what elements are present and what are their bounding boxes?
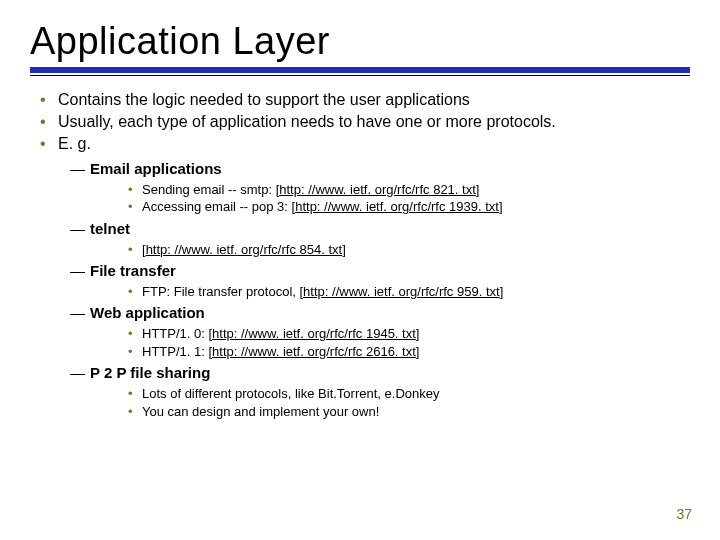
section-heading: File transfer FTP: File transfer protoco… bbox=[70, 262, 690, 300]
item-suffix: ] bbox=[500, 284, 504, 299]
rfc-link[interactable]: http: //www. ietf. org/rfc/rfc 1939. txt bbox=[295, 199, 499, 214]
slide: Application Layer Contains the logic nee… bbox=[0, 0, 720, 540]
rfc-link[interactable]: http: //www. ietf. org/rfc/rfc 821. txt bbox=[279, 182, 476, 197]
item-suffix: ] bbox=[342, 242, 346, 257]
section-items: Sending email -- smtp: [http: //www. iet… bbox=[128, 181, 690, 216]
section-title: Web application bbox=[90, 304, 205, 321]
section-items: FTP: File transfer protocol, [http: //ww… bbox=[128, 283, 690, 301]
item-suffix: ] bbox=[416, 344, 420, 359]
section-heading: Email applications Sending email -- smtp… bbox=[70, 160, 690, 216]
item-prefix: HTTP/1. 1: [ bbox=[142, 344, 212, 359]
section-heading: P 2 P file sharing Lots of different pro… bbox=[70, 364, 690, 420]
section-heading: telnet [http: //www. ietf. org/rfc/rfc 8… bbox=[70, 220, 690, 258]
slide-title: Application Layer bbox=[30, 20, 690, 63]
list-item: HTTP/1. 0: [http: //www. ietf. org/rfc/r… bbox=[128, 325, 690, 343]
item-prefix: Accessing email -- pop 3: [ bbox=[142, 199, 295, 214]
section-heading: Web application HTTP/1. 0: [http: //www.… bbox=[70, 304, 690, 360]
bullet-text: E. g. bbox=[58, 135, 91, 152]
section-title: P 2 P file sharing bbox=[90, 364, 210, 381]
section-items: HTTP/1. 0: [http: //www. ietf. org/rfc/r… bbox=[128, 325, 690, 360]
section-title: telnet bbox=[90, 220, 130, 237]
rfc-link[interactable]: http: //www. ietf. org/rfc/rfc 2616. txt bbox=[212, 344, 416, 359]
list-item: Sending email -- smtp: [http: //www. iet… bbox=[128, 181, 690, 199]
rfc-link[interactable]: http: //www. ietf. org/rfc/rfc 1945. txt bbox=[212, 326, 416, 341]
rfc-link[interactable]: http: //www. ietf. org/rfc/rfc 959. txt bbox=[303, 284, 500, 299]
bullet-item: E. g. Email applications Sending email -… bbox=[58, 134, 690, 420]
item-suffix: ] bbox=[476, 182, 480, 197]
bullet-item: Usually, each type of application needs … bbox=[58, 112, 690, 132]
bullet-item: Contains the logic needed to support the… bbox=[58, 90, 690, 110]
rfc-link[interactable]: http: //www. ietf. org/rfc/rfc 854. txt bbox=[146, 242, 343, 257]
item-prefix: Sending email -- smtp: [ bbox=[142, 182, 279, 197]
list-item: [http: //www. ietf. org/rfc/rfc 854. txt… bbox=[128, 241, 690, 259]
list-item: FTP: File transfer protocol, [http: //ww… bbox=[128, 283, 690, 301]
list-item: You can design and implement your own! bbox=[128, 403, 690, 421]
section-items: Lots of different protocols, like Bit.To… bbox=[128, 385, 690, 420]
section-items: [http: //www. ietf. org/rfc/rfc 854. txt… bbox=[128, 241, 690, 259]
title-rule-thick bbox=[30, 67, 690, 73]
section-title: File transfer bbox=[90, 262, 176, 279]
item-text: You can design and implement your own! bbox=[142, 404, 379, 419]
example-list: Email applications Sending email -- smtp… bbox=[70, 160, 690, 420]
item-prefix: HTTP/1. 0: [ bbox=[142, 326, 212, 341]
section-title: Email applications bbox=[90, 160, 222, 177]
item-suffix: ] bbox=[416, 326, 420, 341]
list-item: HTTP/1. 1: [http: //www. ietf. org/rfc/r… bbox=[128, 343, 690, 361]
item-prefix: FTP: File transfer protocol, [ bbox=[142, 284, 303, 299]
list-item: Accessing email -- pop 3: [http: //www. … bbox=[128, 198, 690, 216]
body-list: Contains the logic needed to support the… bbox=[30, 90, 690, 420]
title-rule-thin bbox=[30, 75, 690, 76]
page-number: 37 bbox=[676, 506, 692, 522]
list-item: Lots of different protocols, like Bit.To… bbox=[128, 385, 690, 403]
item-text: Lots of different protocols, like Bit.To… bbox=[142, 386, 439, 401]
item-suffix: ] bbox=[499, 199, 503, 214]
